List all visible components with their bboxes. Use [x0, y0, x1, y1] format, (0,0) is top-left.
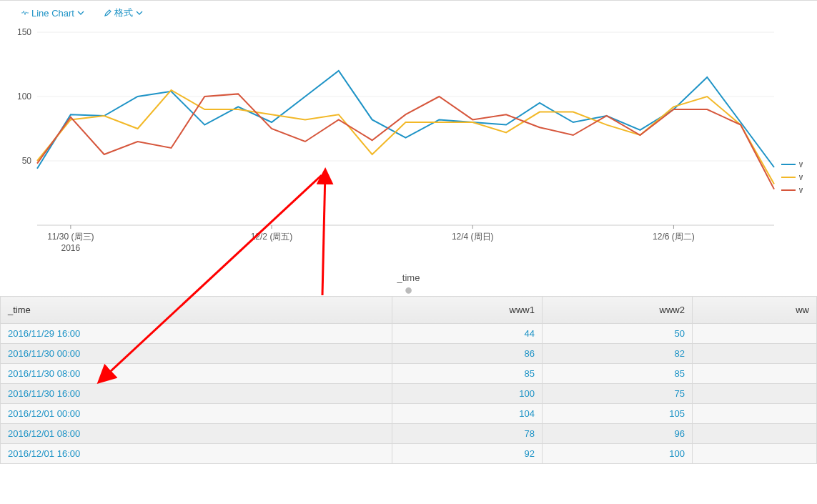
- cell-time: 2016/11/30 08:00: [1, 364, 392, 384]
- cell-www1: 78: [392, 424, 543, 444]
- chevron-down-icon: [136, 8, 143, 19]
- cell-www1: 100: [392, 384, 543, 404]
- table-row[interactable]: 2016/11/30 08:008585: [1, 364, 817, 384]
- cell-www3: [693, 384, 817, 404]
- table-row[interactable]: 2016/11/30 16:0010075: [1, 384, 817, 404]
- cell-www3: [693, 324, 817, 344]
- col-header-www1[interactable]: www1: [392, 297, 543, 324]
- table-row[interactable]: 2016/11/30 00:008682: [1, 344, 817, 364]
- col-header-www3[interactable]: ww: [693, 297, 817, 324]
- cell-time: 2016/11/30 16:00: [1, 384, 392, 404]
- cell-www2: 85: [543, 364, 693, 384]
- table-row[interactable]: 2016/12/01 08:007896: [1, 424, 817, 444]
- cell-www2: 82: [543, 344, 693, 364]
- cell-time: 2016/11/29 16:00: [1, 324, 392, 344]
- cell-www1: 104: [392, 404, 543, 424]
- cell-time: 2016/11/30 00:00: [1, 344, 392, 364]
- table-row[interactable]: 2016/11/29 16:004450: [1, 324, 817, 344]
- col-header-time[interactable]: _time: [1, 297, 392, 324]
- cell-www2: 105: [543, 404, 693, 424]
- cell-time: 2016/12/01 16:00: [1, 444, 392, 464]
- col-header-www2[interactable]: www2: [543, 297, 693, 324]
- line-chart[interactable]: 5010015011/30 (周三)201612/2 (周五)12/4 (周日)…: [0, 25, 817, 268]
- svg-text:100: 100: [17, 92, 31, 102]
- cell-time: 2016/12/01 00:00: [1, 404, 392, 424]
- cell-www3: [693, 364, 817, 384]
- svg-text:50: 50: [22, 156, 32, 166]
- svg-text:11/30 (周三): 11/30 (周三): [47, 232, 94, 242]
- legend-label: w: [798, 159, 803, 169]
- legend-label: w: [798, 172, 803, 182]
- series-www1: [37, 71, 774, 169]
- svg-text:12/4 (周日): 12/4 (周日): [452, 232, 494, 242]
- format-label: 格式: [114, 6, 133, 19]
- table-row[interactable]: 2016/12/01 16:0092100: [1, 444, 817, 464]
- pulse-icon: [21, 8, 29, 19]
- cell-www1: 92: [392, 444, 543, 464]
- cell-www2: 96: [543, 424, 693, 444]
- chart-toolbar: Line Chart 格式: [0, 0, 817, 25]
- cell-www1: 86: [392, 344, 543, 364]
- pencil-icon: [104, 8, 112, 19]
- chevron-down-icon: [77, 8, 84, 19]
- cell-www3: [693, 344, 817, 364]
- data-table: _time www1 www2 ww 2016/11/29 16:0044502…: [0, 296, 817, 464]
- chart-type-dropdown[interactable]: Line Chart: [21, 8, 84, 19]
- cell-www2: 75: [543, 384, 693, 404]
- legend-label: w: [798, 185, 803, 195]
- drag-handle[interactable]: ●: [0, 286, 817, 296]
- chart-canvas: 5010015011/30 (周三)201612/2 (周五)12/4 (周日)…: [14, 25, 803, 268]
- chart-type-label: Line Chart: [31, 8, 74, 19]
- svg-text:2016: 2016: [61, 243, 81, 253]
- table-row[interactable]: 2016/12/01 00:00104105: [1, 404, 817, 424]
- cell-www3: [693, 404, 817, 424]
- cell-www3: [693, 424, 817, 444]
- series-www3: [37, 94, 774, 189]
- svg-text:12/6 (周二): 12/6 (周二): [653, 232, 695, 242]
- cell-www1: 85: [392, 364, 543, 384]
- cell-www1: 44: [392, 324, 543, 344]
- svg-text:150: 150: [17, 27, 31, 37]
- cell-time: 2016/12/01 08:00: [1, 424, 392, 444]
- cell-www2: 100: [543, 444, 693, 464]
- cell-www3: [693, 444, 817, 464]
- cell-www2: 50: [543, 324, 693, 344]
- format-dropdown[interactable]: 格式: [104, 6, 143, 19]
- svg-text:12/2 (周五): 12/2 (周五): [251, 232, 293, 242]
